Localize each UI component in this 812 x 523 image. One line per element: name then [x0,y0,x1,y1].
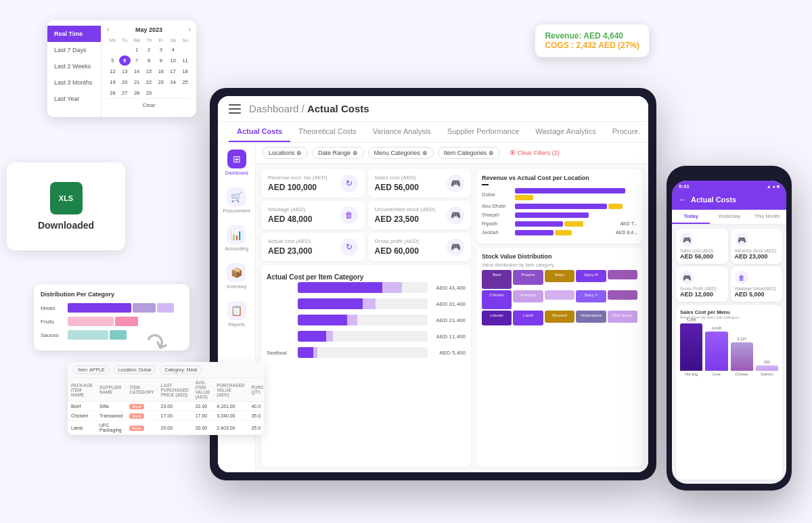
range-realtime[interactable]: Real Time [47,26,101,42]
filter-item-categories[interactable]: Item Categories ⊕ [438,147,500,159]
phone-tab-today[interactable]: Today [672,210,710,224]
phone-tab-thismonth[interactable]: This Month [748,210,786,224]
table-filter-item[interactable]: Item: APPLE [73,365,110,374]
category-bars-section: Actual Cost per Item Category AED 41,400 [261,265,471,467]
cal-day-11[interactable]: 11 [179,55,191,66]
hamburger-menu-icon[interactable] [229,104,241,114]
dist-bar-fruits: Fruits [41,317,183,326]
cal-day-28[interactable]: 28 [131,88,143,98]
cal-day-17[interactable]: 17 [167,66,179,76]
loc-label-riyadh: Riyadh [482,221,512,227]
cal-day-5[interactable]: 5 [107,55,118,66]
cal-day-29[interactable]: 29 [143,88,155,98]
phone-bar-chicken: 3,127 Chicken [731,337,753,376]
day-header-th: Th [143,37,155,44]
breadcrumb-prefix: Dashboard / [249,103,304,114]
cal-day-20[interactable]: 20 [119,77,131,87]
cal-day-10[interactable]: 10 [167,55,179,66]
tab-theoretical-costs[interactable]: Theoretical Costs [290,122,365,142]
cat-bar-fill-secondary [326,331,333,342]
cal-day-3[interactable]: 3 [155,45,166,55]
cal-day-1[interactable]: 1 [131,45,143,55]
tablet-main-content: Locations ⊕ Date Range ⊕ Menu Categories… [256,143,648,472]
chart-row-sharjah: Sharjah [482,212,637,218]
range-lastyear[interactable]: Last Year [47,91,101,107]
cell-qty: 35.0 [248,411,264,421]
cal-day-14[interactable]: 14 [131,66,143,76]
filter-date-range[interactable]: Date Range ⊕ [312,147,364,159]
dist-seg [157,303,175,313]
phone-tab-yesterday[interactable]: Yesterday [710,210,748,224]
cal-day-24[interactable]: 24 [167,77,179,87]
revenue-chart-card: Revenue vs Actual Cost per Location Duba… [476,169,643,244]
cell-qty: 25.0 [248,421,264,435]
tab-wastage-analytics[interactable]: Wastage Analytics [527,122,604,142]
cal-day-12[interactable]: 12 [107,66,118,76]
col-qty: PURCHASE QTY. [248,378,264,402]
stock-cell-empty [608,270,637,279]
cal-day-22[interactable]: 22 [143,77,155,87]
clear-filters-button[interactable]: ⦿ Clear Filters (2) [504,147,565,158]
tab-variance-analysis[interactable]: Variance Analysis [365,122,439,142]
range-3months[interactable]: Last 3 Months [47,74,101,91]
kpi-wastage: Wastage (AED) AED 48,000 🗑 [261,201,365,229]
cal-day-18[interactable]: 18 [179,66,191,76]
stock-cell-mayo: Mayo [545,270,574,282]
cell-last-price: 17.00 [158,411,192,421]
cal-day-21[interactable]: 21 [131,77,143,87]
cal-clear-button[interactable]: Clear [107,98,191,112]
range-7days[interactable]: Last 7 Days [47,42,101,58]
sidebar-item-procurement[interactable]: 🛒 Procurement [223,187,250,213]
sidebar-item-dashboard[interactable]: ⊞ Dashboard [225,150,248,175]
cal-day-empty [155,88,166,98]
chart-bars-wrap [515,221,611,227]
filter-locations[interactable]: Locations ⊕ [263,147,308,159]
kpi-sales-icon: 🎮 [447,175,464,192]
cat-bar-fill-primary [298,282,382,293]
stock-cell-lobster: Lobster [482,311,512,325]
col-supplier: SUPPLIER NAME [96,378,126,402]
procurement-icon: 🛒 [227,187,246,206]
tab-actual-costs[interactable]: Actual Costs [229,122,290,142]
kpi-gross-icon: 🎮 [447,238,464,256]
cal-prev[interactable]: ‹ [107,26,109,33]
cal-next[interactable]: › [189,26,191,33]
cal-day-27[interactable]: 27 [119,88,131,98]
cell-category: Meat [126,411,157,421]
cal-day-25[interactable]: 25 [179,77,191,87]
cal-day-2[interactable]: 2 [143,45,155,55]
stock-cell-empty2 [545,290,574,300]
cal-day-8[interactable]: 8 [143,55,155,66]
cal-day-7[interactable]: 7 [131,55,143,66]
cell-last-price: 20.00 [158,421,192,435]
cat-bar-fill-primary [298,315,347,325]
calendar-ranges: Real Time Last 7 Days Last 2 Weeks Last … [47,20,102,117]
sidebar-item-inventory[interactable]: 📦 Inventory [227,263,246,289]
filter-menu-categories[interactable]: Menu Categories ⊕ [368,147,434,159]
cal-day-26[interactable]: 26 [107,88,118,98]
cal-day-empty [179,45,191,55]
cell-avg: 20.00 [192,421,214,435]
clear-filters-dot: ⦿ [510,150,516,156]
sidebar-item-accounting[interactable]: 📊 Accounting [225,225,248,251]
cal-day-15[interactable]: 15 [143,66,155,76]
phone-back-button[interactable]: ← [679,195,687,204]
cal-day-13[interactable]: 13 [119,66,131,76]
phone-bar-salmon: 252 Salmon [756,360,778,376]
tab-supplier-performance[interactable]: Supplier Performance [439,122,527,142]
table-row: Chicken Transwood Meat 17.00 17.00 3,340… [68,411,264,421]
kpi-revenue-label: Revenue excl. tax (AED) [268,175,328,181]
stock-cell-lamb: Lamb [513,311,543,325]
cal-day-9[interactable]: 9 [155,55,166,66]
cal-day-4[interactable]: 4 [167,45,179,55]
cal-day-6-today[interactable]: 6 [119,55,131,66]
tab-procure[interactable]: Procure. [604,122,648,142]
cal-day-19[interactable]: 19 [107,77,118,87]
range-2weeks[interactable]: Last 2 Weeks [47,58,101,74]
bar-purple [515,204,607,209]
table-filter-category[interactable]: Category: Meat [160,365,202,374]
cal-day-23[interactable]: 23 [155,77,166,87]
table-filter-location[interactable]: Location: Dubai [114,365,156,374]
cal-day-16[interactable]: 16 [155,66,166,76]
sidebar-item-reports[interactable]: 📋 Reports [227,301,246,327]
